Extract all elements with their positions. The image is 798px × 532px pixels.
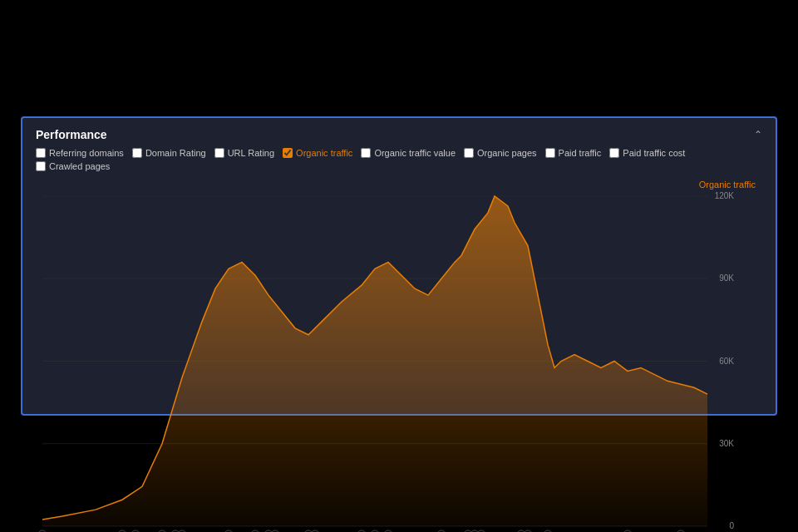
filter-checkbox-organic-traffic[interactable] [283,148,293,158]
panel-header: Performance ⌃ [36,128,762,141]
filter-organic-traffic-value[interactable]: Organic traffic value [361,148,456,158]
filter-label-domain-rating: Domain Rating [145,148,206,158]
filter-label-organic-pages: Organic pages [477,148,537,158]
filter-organic-pages[interactable]: Organic pages [464,148,537,158]
filters-row-2: Crawled pages [36,161,762,171]
filter-crawled-pages[interactable]: Crawled pages [36,161,110,171]
filter-checkbox-crawled-pages[interactable] [36,161,46,171]
performance-panel: Performance ⌃ Referring domainsDomain Ra… [21,116,777,416]
filter-label-paid-traffic: Paid traffic [559,148,602,158]
filter-checkbox-organic-traffic-value[interactable] [361,148,371,158]
filter-paid-traffic[interactable]: Paid traffic [545,148,602,158]
filters-row-1: Referring domainsDomain RatingURL Rating… [36,148,762,158]
filter-checkbox-url-rating[interactable] [214,148,224,158]
performance-chart [36,178,736,532]
filter-paid-traffic-cost[interactable]: Paid traffic cost [609,148,685,158]
filter-label-organic-traffic: Organic traffic [296,148,352,158]
filter-url-rating[interactable]: URL Rating [214,148,274,158]
panel-title: Performance [36,128,107,141]
filter-checkbox-paid-traffic-cost[interactable] [609,148,619,158]
chart-legend-label: Organic traffic [699,180,756,190]
filter-label-referring-domains: Referring domains [49,148,124,158]
chart-container: Organic traffic [36,178,762,532]
filter-label-organic-traffic-value: Organic traffic value [374,148,456,158]
filter-checkbox-referring-domains[interactable] [36,148,46,158]
filter-checkbox-domain-rating[interactable] [132,148,142,158]
filter-referring-domains[interactable]: Referring domains [36,148,124,158]
filter-checkbox-paid-traffic[interactable] [545,148,555,158]
filter-checkbox-organic-pages[interactable] [464,148,474,158]
chevron-up-icon[interactable]: ⌃ [754,129,762,140]
filter-domain-rating[interactable]: Domain Rating [132,148,206,158]
filter-label-crawled-pages: Crawled pages [49,161,110,171]
filter-organic-traffic[interactable]: Organic traffic [283,148,352,158]
filter-label-url-rating: URL Rating [228,148,274,158]
filter-label-paid-traffic-cost: Paid traffic cost [623,148,685,158]
